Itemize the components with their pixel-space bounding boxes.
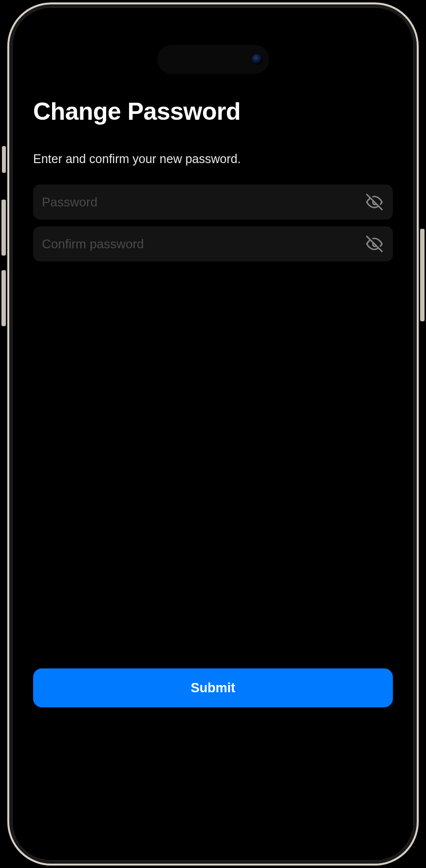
confirm-password-input[interactable]: [42, 237, 365, 252]
front-camera: [252, 54, 262, 65]
volume-up-button[interactable]: [1, 200, 6, 256]
toggle-confirm-password-visibility-button[interactable]: [365, 234, 384, 254]
power-button[interactable]: [420, 229, 425, 321]
password-input[interactable]: [42, 195, 365, 210]
eye-slash-icon: [366, 236, 383, 252]
submit-button[interactable]: Submit: [33, 668, 393, 707]
eye-slash-icon: [366, 194, 383, 210]
toggle-password-visibility-button[interactable]: [365, 192, 384, 212]
volume-down-button[interactable]: [1, 270, 6, 326]
mute-switch[interactable]: [2, 146, 6, 173]
screen: Change Password Enter and confirm your n…: [19, 15, 407, 853]
confirm-password-field-wrap: [33, 226, 393, 261]
password-field-wrap: [33, 185, 393, 220]
dynamic-island: [157, 45, 269, 74]
page-title: Change Password: [33, 97, 393, 126]
page-subtitle: Enter and confirm your new password.: [33, 152, 393, 166]
spacer: [33, 268, 393, 668]
